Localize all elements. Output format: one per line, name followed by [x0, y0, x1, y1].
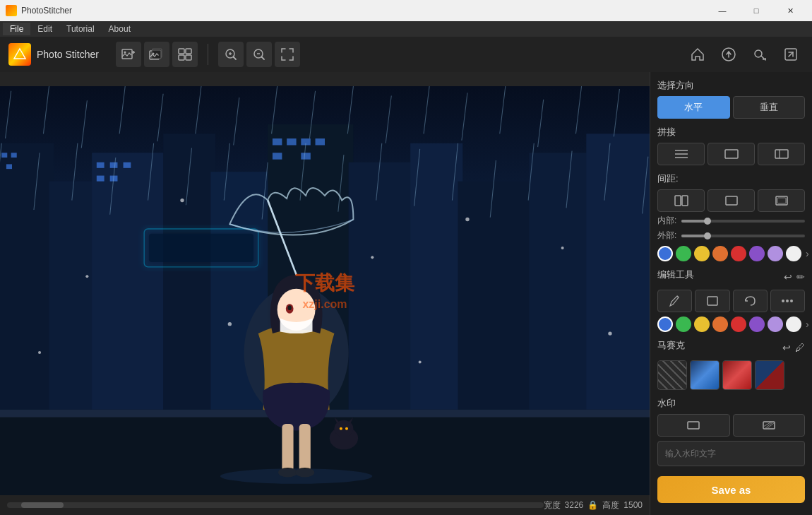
inner-slider-track[interactable] — [681, 220, 805, 223]
mosaic-hatched-preview — [658, 361, 686, 389]
splice-left-button[interactable] — [657, 143, 705, 165]
outer-slider-track[interactable] — [681, 235, 805, 237]
svg-rect-56 — [301, 153, 310, 159]
export-button[interactable] — [778, 42, 804, 67]
mosaic-red-preview — [723, 361, 751, 389]
watermark-title: 水印 — [657, 397, 805, 410]
color-green-swatch[interactable] — [676, 246, 691, 261]
mosaic-apply-icon[interactable]: 🖊 — [795, 342, 805, 353]
svg-rect-137 — [682, 196, 688, 206]
color-orange-swatch[interactable] — [712, 246, 728, 261]
svg-rect-10 — [179, 49, 184, 54]
color-purple-swatch[interactable] — [749, 246, 765, 261]
scrollbar-track[interactable] — [7, 502, 544, 508]
mosaic-blue-button[interactable] — [690, 360, 720, 390]
edit-color-more-button[interactable]: › — [806, 319, 809, 330]
vertical-button[interactable]: 垂直 — [733, 96, 806, 119]
edit-color-yellow-swatch[interactable] — [694, 316, 710, 332]
outer-label: 外部: — [657, 230, 677, 242]
watermark-type-buttons — [657, 414, 805, 437]
zoom-out-button[interactable] — [246, 42, 272, 67]
menu-edit[interactable]: Edit — [30, 23, 59, 35]
edit-undo-icon[interactable]: ↩ — [784, 271, 792, 283]
home-button[interactable] — [685, 42, 710, 67]
inner-label: 内部: — [657, 215, 677, 227]
edit-color-light-purple-swatch[interactable] — [768, 316, 783, 332]
color-light-purple-swatch[interactable] — [768, 246, 783, 261]
right-panel: 选择方向 水平 垂直 拼接 — [650, 72, 812, 515]
svg-rect-49 — [97, 176, 105, 182]
spacing-right-button[interactable] — [758, 189, 805, 212]
svg-line-17 — [233, 57, 236, 60]
edit-color-green-swatch[interactable] — [676, 316, 691, 332]
more-tool-button[interactable] — [770, 290, 805, 312]
mosaic-mixed-button[interactable] — [755, 360, 784, 390]
edit-color-red-swatch[interactable] — [731, 316, 746, 332]
splice-button-group — [657, 143, 805, 165]
edit-color-purple-swatch[interactable] — [749, 316, 765, 332]
color-white-swatch[interactable] — [786, 246, 801, 261]
canvas-area: 下载集 xzji.com 宽度 3226 🔒 高度 1500 — [0, 72, 650, 515]
draw-tool-button[interactable] — [657, 290, 692, 312]
edit-redo-icon[interactable]: ✏ — [796, 271, 805, 283]
watermark-rect-button[interactable] — [657, 414, 730, 437]
rect-tool-button[interactable] — [695, 290, 729, 312]
lock-icon: 🔒 — [587, 500, 598, 510]
splice-right-button[interactable] — [758, 143, 805, 165]
mosaic-red-button[interactable] — [722, 360, 752, 390]
edit-color-blue-swatch[interactable] — [657, 316, 673, 332]
color-more-button[interactable]: › — [806, 248, 809, 259]
menu-tutorial[interactable]: Tutorial — [59, 23, 102, 35]
spacing-left-button[interactable] — [657, 189, 705, 212]
upload-button[interactable] — [716, 42, 741, 67]
spacing-center-button[interactable] — [707, 189, 755, 212]
svg-rect-31 — [92, 153, 168, 447]
app-icon — [6, 5, 17, 16]
grid-view-button[interactable] — [172, 42, 198, 67]
close-button[interactable]: ✕ — [774, 0, 806, 21]
watermark-diagonal-button[interactable] — [733, 414, 806, 437]
width-value: 3226 — [565, 500, 584, 510]
inner-slider-thumb[interactable] — [704, 218, 711, 225]
key-button[interactable] — [747, 42, 772, 67]
add-single-image-button[interactable] — [116, 42, 141, 67]
color-yellow-swatch[interactable] — [694, 246, 710, 261]
toolbar-separator-1 — [208, 44, 208, 65]
width-label: 宽度 — [544, 499, 561, 511]
canvas-view[interactable]: 下载集 xzji.com — [0, 86, 650, 495]
add-multiple-images-button[interactable] — [144, 42, 169, 67]
save-as-button[interactable]: Save as — [657, 476, 805, 503]
scrollbar-thumb[interactable] — [21, 502, 64, 508]
svg-point-127 — [228, 322, 232, 326]
direction-section: 选择方向 水平 垂直 — [657, 79, 805, 119]
fit-view-button[interactable] — [275, 42, 300, 67]
svg-point-142 — [782, 300, 784, 302]
undo-tool-button[interactable] — [733, 290, 768, 312]
svg-point-124 — [561, 247, 564, 249]
color-blue-swatch[interactable] — [657, 246, 673, 261]
edit-color-white-swatch[interactable] — [786, 316, 801, 332]
edit-color-orange-swatch[interactable] — [712, 316, 728, 332]
zoom-in-button[interactable] — [218, 42, 244, 67]
mosaic-button-group — [657, 360, 805, 390]
menu-about[interactable]: About — [102, 23, 138, 35]
svg-point-122 — [371, 256, 374, 259]
outer-slider-thumb[interactable] — [704, 232, 711, 239]
edit-color-row: › — [657, 316, 805, 332]
horizontal-button[interactable]: 水平 — [657, 96, 730, 119]
minimize-button[interactable]: — — [706, 0, 739, 21]
watermark-text-input[interactable] — [657, 441, 805, 466]
scrollbar-area[interactable] — [7, 502, 544, 508]
maximize-button[interactable]: □ — [740, 0, 772, 21]
mosaic-hatched-button[interactable] — [657, 360, 687, 390]
mosaic-undo-icon[interactable]: ↩ — [782, 342, 791, 353]
titlebar: PhotoStitcher — □ ✕ — [0, 0, 812, 21]
menu-file[interactable]: File — [3, 23, 30, 35]
splice-center-button[interactable] — [707, 143, 755, 165]
color-red-swatch[interactable] — [731, 246, 746, 261]
svg-point-118 — [220, 468, 372, 484]
svg-point-144 — [790, 300, 793, 302]
svg-rect-141 — [707, 297, 717, 305]
main-content: 下载集 xzji.com 宽度 3226 🔒 高度 1500 选择方 — [0, 72, 812, 515]
svg-point-143 — [786, 300, 789, 302]
